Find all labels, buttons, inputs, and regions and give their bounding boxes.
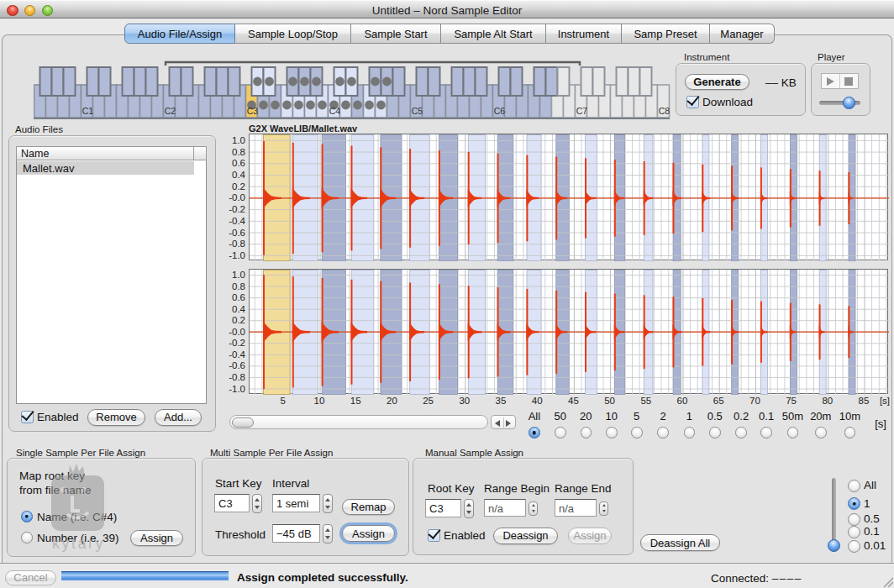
svg-text:C4: C4 <box>329 106 341 116</box>
svg-text:C5: C5 <box>412 106 423 116</box>
svg-text:C7: C7 <box>576 106 588 116</box>
svg-text:C1: C1 <box>82 106 94 116</box>
svg-text:C3: C3 <box>247 106 259 116</box>
svg-text:C6: C6 <box>494 106 506 116</box>
svg-text:C8: C8 <box>659 106 670 116</box>
svg-text:C2: C2 <box>165 106 176 116</box>
